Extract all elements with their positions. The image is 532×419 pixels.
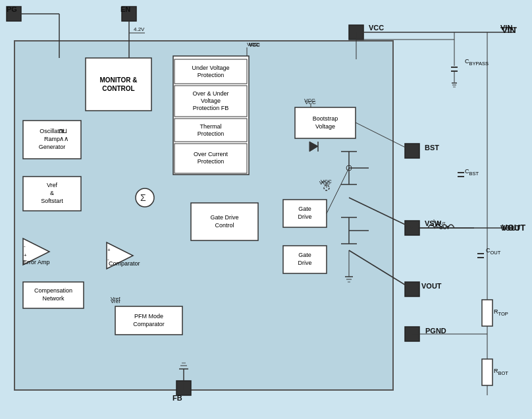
bootstrap-voltage-block: BootstrapVoltage — [295, 107, 356, 138]
svg-rect-49 — [23, 282, 84, 308]
svg-line-72 — [349, 250, 412, 289]
pgnd-label: VOUT — [421, 282, 442, 290]
l-out-label: LOUT — [436, 222, 450, 231]
ov-uv-protection-block: Over & UnderVoltageProtection FB — [174, 86, 247, 117]
svg-rect-79 — [482, 300, 492, 326]
svg-rect-80 — [482, 359, 492, 385]
vcc-line-label-3: VCC — [319, 180, 331, 186]
svg-point-41 — [136, 188, 154, 207]
svg-text:+: + — [107, 247, 111, 253]
svg-marker-90 — [309, 142, 318, 152]
svg-rect-37 — [174, 144, 247, 173]
en-label: EN — [120, 5, 130, 13]
vout-label: VOUT — [502, 223, 525, 233]
comp-network-block: CompensationNetwork — [23, 282, 84, 308]
oscillator-block: OscillatorRampGenerator — [23, 121, 81, 159]
gnd-label: FB — [173, 394, 182, 402]
uv-protection-block: Under VoltageProtection — [174, 59, 247, 84]
svg-rect-8 — [176, 381, 191, 395]
svg-rect-40 — [23, 177, 81, 211]
svg-rect-35 — [174, 86, 247, 117]
wiring-svg: VIN VOUT L OUT 4.2V VCC — [0, 0, 532, 419]
vcc-line-label-1: VCC — [249, 42, 260, 48]
svg-line-71 — [349, 198, 412, 228]
gate-drive-ctrl-block: Gate DriveControl — [191, 203, 258, 240]
svg-rect-39 — [23, 121, 81, 159]
svg-rect-54 — [115, 306, 182, 335]
svg-point-60 — [346, 165, 352, 171]
ramp-waveform-symbol: ∧∧ — [59, 135, 68, 142]
c-bypass-label: CBYPASS — [465, 58, 489, 67]
svg-rect-36 — [174, 119, 247, 142]
svg-rect-6 — [405, 282, 419, 296]
svg-text:-: - — [24, 243, 26, 249]
comparator-label: Comparator — [109, 260, 140, 267]
diagram-container: VIN VOUT L OUT 4.2V VCC — [0, 0, 532, 419]
gate-drive-lo-block: GateDrive — [283, 246, 327, 273]
fb-label: PGND — [425, 327, 446, 335]
r-bot-label: RBOT — [494, 368, 508, 376]
svg-rect-5 — [405, 221, 419, 235]
error-amp-label: Error Amp — [23, 259, 50, 265]
svg-rect-3 — [349, 25, 363, 40]
pfm-comparator-block: PFM ModeComparator — [115, 306, 182, 335]
bst-label: BST — [425, 144, 439, 152]
svg-line-59 — [327, 168, 349, 213]
svg-rect-51 — [191, 203, 258, 240]
monitor-control-block: MONITOR & CONTROL — [86, 58, 151, 111]
c-bst-label: CBST — [465, 168, 479, 177]
svg-rect-7 — [405, 327, 419, 341]
svg-point-69 — [324, 185, 329, 190]
svg-rect-4 — [405, 144, 419, 158]
gate-drive-hi-block: GateDrive — [283, 200, 327, 227]
svg-text:+: + — [24, 252, 27, 258]
thermal-protection-block: ThermalProtection — [174, 119, 247, 142]
r-top-label: RTOP — [494, 308, 508, 317]
c-out-label: COUT — [486, 247, 500, 256]
vcc-line-label-2: VCC — [304, 98, 315, 103]
svg-rect-34 — [174, 59, 247, 84]
svg-rect-33 — [173, 56, 249, 175]
svg-text:4.2V: 4.2V — [134, 26, 145, 32]
pg-label: PG — [7, 5, 17, 13]
vref-softstart-block: Vref&Softstart — [23, 177, 81, 211]
oc-protection-block: Over CurrentProtection — [174, 144, 247, 173]
vcc-label: VCC — [369, 24, 384, 32]
svg-rect-52 — [283, 200, 327, 227]
svg-line-70 — [356, 123, 412, 151]
svg-rect-38 — [86, 58, 151, 111]
svg-rect-50 — [295, 107, 356, 138]
vin-label: VIN — [502, 25, 516, 35]
svg-text:Σ: Σ — [140, 192, 146, 203]
svg-rect-0 — [14, 41, 393, 390]
svg-rect-53 — [283, 246, 327, 273]
vref-line-label: Vref — [111, 298, 120, 304]
clock-waveform-symbol: ⊓⊔ — [59, 127, 67, 134]
